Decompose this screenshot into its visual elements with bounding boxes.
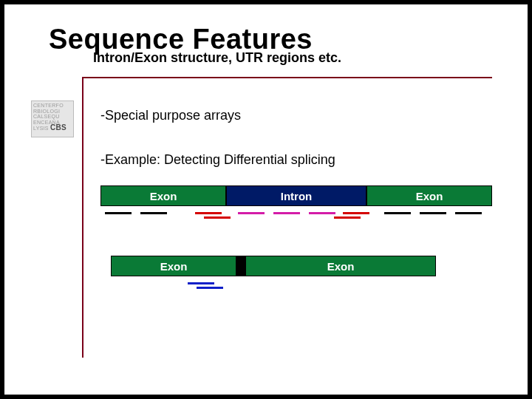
slide-subtitle: Intron/Exon structure, UTR regions etc. xyxy=(93,50,341,66)
row1-exon-left: Exon xyxy=(100,185,226,206)
logo-line: CENTERFO xyxy=(33,103,72,109)
row2-exon-right: Exon xyxy=(245,256,436,276)
splicing-diagram: Exon Intron Exon Exon Exon xyxy=(100,185,499,355)
row1-exon-right: Exon xyxy=(366,185,492,206)
probe-red xyxy=(343,212,369,214)
intron-label: Intron xyxy=(281,190,313,202)
probe-black xyxy=(455,212,482,214)
probe-blue xyxy=(188,282,214,284)
probe-magenta xyxy=(309,212,335,214)
row2-exon-left: Exon xyxy=(111,256,236,276)
probe-black xyxy=(105,212,132,214)
probe-black xyxy=(140,212,167,214)
probe-black xyxy=(420,212,446,214)
logo-line: RBIOLOGI xyxy=(33,109,72,115)
cbs-logo: CENTERFO RBIOLOGI CALSEQU ENCEANA LYSIS … xyxy=(31,100,74,137)
logo-line: LYSIS CBS xyxy=(33,125,72,132)
probe-black xyxy=(384,212,411,214)
bullet-example: -Example: Detecting Differential splicin… xyxy=(100,152,335,168)
bullet-special-arrays: -Special purpose arrays xyxy=(100,108,241,123)
exon-label: Exon xyxy=(416,190,443,202)
exon-label: Exon xyxy=(327,260,355,273)
probe-blue xyxy=(197,287,223,289)
probe-red xyxy=(334,216,361,219)
exon-label: Exon xyxy=(150,190,177,202)
divider-horizontal xyxy=(82,77,492,78)
probe-red xyxy=(204,216,231,219)
logo-big: CBS xyxy=(50,123,66,132)
row2-junction xyxy=(236,256,245,276)
logo-line: CALSEQU xyxy=(33,114,72,120)
slide-frame: Sequence Features Intron/Exon structure,… xyxy=(0,0,532,399)
probe-red xyxy=(195,212,222,214)
row1-intron: Intron xyxy=(226,185,366,206)
probe-magenta xyxy=(238,212,265,214)
divider-vertical xyxy=(82,77,83,358)
exon-label: Exon xyxy=(160,260,188,273)
probe-magenta xyxy=(273,212,300,214)
